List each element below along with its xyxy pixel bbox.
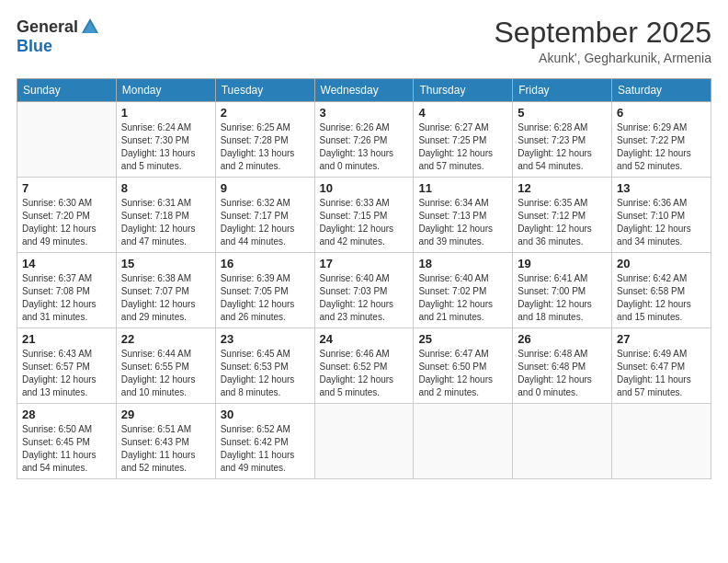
day-number: 15 — [121, 257, 210, 270]
day-number: 2 — [221, 106, 310, 120]
calendar-cell: 27Sunrise: 6:49 AMSunset: 6:47 PMDayligh… — [612, 328, 711, 404]
calendar-cell: 19Sunrise: 6:41 AMSunset: 7:00 PMDayligh… — [513, 253, 612, 328]
calendar-cell: 7Sunrise: 6:30 AMSunset: 7:20 PMDaylight… — [17, 178, 117, 253]
day-number: 30 — [221, 408, 310, 421]
calendar-cell: 8Sunrise: 6:31 AMSunset: 7:18 PMDaylight… — [116, 178, 215, 253]
calendar-week-1: 1Sunrise: 6:24 AMSunset: 7:30 PMDaylight… — [17, 102, 711, 178]
day-detail: Sunrise: 6:28 AMSunset: 7:23 PMDaylight:… — [518, 121, 607, 173]
column-header-friday: Friday — [513, 79, 612, 102]
calendar-cell: 2Sunrise: 6:25 AMSunset: 7:28 PMDaylight… — [215, 102, 314, 178]
day-number: 7 — [22, 181, 111, 195]
calendar-cell: 18Sunrise: 6:40 AMSunset: 7:02 PMDayligh… — [414, 253, 513, 328]
title-block: September 2025 Akunk', Gegharkunik, Arme… — [494, 17, 711, 65]
calendar-cell: 25Sunrise: 6:47 AMSunset: 6:50 PMDayligh… — [414, 328, 513, 404]
day-detail: Sunrise: 6:47 AMSunset: 6:50 PMDaylight:… — [418, 348, 507, 399]
column-header-monday: Monday — [116, 79, 215, 102]
day-detail: Sunrise: 6:24 AMSunset: 7:30 PMDaylight:… — [121, 121, 210, 173]
calendar-cell: 11Sunrise: 6:34 AMSunset: 7:13 PMDayligh… — [414, 178, 513, 253]
day-detail: Sunrise: 6:39 AMSunset: 7:05 PMDaylight:… — [221, 272, 310, 324]
calendar-week-3: 14Sunrise: 6:37 AMSunset: 7:08 PMDayligh… — [17, 253, 711, 328]
day-detail: Sunrise: 6:41 AMSunset: 7:00 PMDaylight:… — [518, 272, 607, 324]
day-number: 23 — [221, 332, 310, 346]
calendar-cell: 5Sunrise: 6:28 AMSunset: 7:23 PMDaylight… — [513, 102, 612, 178]
day-detail: Sunrise: 6:43 AMSunset: 6:57 PMDaylight:… — [22, 348, 111, 399]
day-detail: Sunrise: 6:38 AMSunset: 7:07 PMDaylight:… — [121, 272, 210, 324]
day-detail: Sunrise: 6:35 AMSunset: 7:12 PMDaylight:… — [518, 197, 607, 248]
day-detail: Sunrise: 6:37 AMSunset: 7:08 PMDaylight:… — [22, 272, 111, 324]
day-detail: Sunrise: 6:50 AMSunset: 6:45 PMDaylight:… — [22, 423, 111, 475]
column-header-tuesday: Tuesday — [215, 79, 314, 102]
calendar-cell: 17Sunrise: 6:40 AMSunset: 7:03 PMDayligh… — [314, 253, 414, 328]
day-number: 8 — [121, 181, 210, 195]
calendar-cell: 30Sunrise: 6:52 AMSunset: 6:42 PMDayligh… — [215, 404, 314, 479]
calendar-cell — [314, 404, 414, 479]
calendar-cell: 26Sunrise: 6:48 AMSunset: 6:48 PMDayligh… — [513, 328, 612, 404]
calendar-cell: 14Sunrise: 6:37 AMSunset: 7:08 PMDayligh… — [17, 253, 117, 328]
calendar-header-row: SundayMondayTuesdayWednesdayThursdayFrid… — [17, 79, 711, 102]
day-detail: Sunrise: 6:40 AMSunset: 7:02 PMDaylight:… — [418, 272, 507, 324]
day-detail: Sunrise: 6:51 AMSunset: 6:43 PMDaylight:… — [121, 423, 210, 475]
day-number: 10 — [320, 181, 409, 195]
calendar-week-5: 28Sunrise: 6:50 AMSunset: 6:45 PMDayligh… — [17, 404, 711, 479]
day-detail: Sunrise: 6:26 AMSunset: 7:26 PMDaylight:… — [320, 121, 409, 173]
calendar-cell: 10Sunrise: 6:33 AMSunset: 7:15 PMDayligh… — [314, 178, 414, 253]
day-number: 18 — [418, 257, 507, 270]
calendar-cell: 6Sunrise: 6:29 AMSunset: 7:22 PMDaylight… — [612, 102, 711, 178]
day-number: 22 — [121, 332, 210, 346]
day-detail: Sunrise: 6:44 AMSunset: 6:55 PMDaylight:… — [121, 348, 210, 399]
logo-blue-text: Blue — [17, 37, 52, 56]
day-detail: Sunrise: 6:27 AMSunset: 7:25 PMDaylight:… — [418, 121, 507, 173]
calendar-cell: 24Sunrise: 6:46 AMSunset: 6:52 PMDayligh… — [314, 328, 414, 404]
calendar-cell: 16Sunrise: 6:39 AMSunset: 7:05 PMDayligh… — [215, 253, 314, 328]
calendar-cell — [513, 404, 612, 479]
day-detail: Sunrise: 6:40 AMSunset: 7:03 PMDaylight:… — [320, 272, 409, 324]
location: Akunk', Gegharkunik, Armenia — [494, 51, 711, 65]
day-number: 1 — [121, 106, 210, 120]
day-number: 19 — [518, 257, 607, 270]
day-number: 17 — [320, 257, 409, 270]
logo: General Blue — [17, 17, 100, 56]
day-number: 20 — [617, 257, 706, 270]
day-number: 26 — [518, 332, 607, 346]
day-number: 14 — [22, 257, 111, 270]
day-number: 21 — [22, 332, 111, 346]
day-detail: Sunrise: 6:46 AMSunset: 6:52 PMDaylight:… — [320, 348, 409, 399]
calendar-week-2: 7Sunrise: 6:30 AMSunset: 7:20 PMDaylight… — [17, 178, 711, 253]
day-detail: Sunrise: 6:42 AMSunset: 6:58 PMDaylight:… — [617, 272, 706, 324]
day-detail: Sunrise: 6:48 AMSunset: 6:48 PMDaylight:… — [518, 348, 607, 399]
day-number: 29 — [121, 408, 210, 421]
logo-general-text: General — [17, 17, 78, 37]
calendar-cell — [17, 102, 117, 178]
day-detail: Sunrise: 6:36 AMSunset: 7:10 PMDaylight:… — [617, 197, 706, 248]
header: General Blue September 2025 Akunk', Gegh… — [17, 17, 711, 65]
day-detail: Sunrise: 6:45 AMSunset: 6:53 PMDaylight:… — [221, 348, 310, 399]
day-number: 11 — [418, 181, 507, 195]
day-number: 16 — [221, 257, 310, 270]
day-number: 24 — [320, 332, 409, 346]
calendar-cell: 13Sunrise: 6:36 AMSunset: 7:10 PMDayligh… — [612, 178, 711, 253]
day-detail: Sunrise: 6:33 AMSunset: 7:15 PMDaylight:… — [320, 197, 409, 248]
day-detail: Sunrise: 6:29 AMSunset: 7:22 PMDaylight:… — [617, 121, 706, 173]
day-number: 5 — [518, 106, 607, 120]
calendar-cell: 15Sunrise: 6:38 AMSunset: 7:07 PMDayligh… — [116, 253, 215, 328]
calendar-table: SundayMondayTuesdayWednesdayThursdayFrid… — [17, 78, 711, 479]
day-number: 4 — [418, 106, 507, 120]
calendar-week-4: 21Sunrise: 6:43 AMSunset: 6:57 PMDayligh… — [17, 328, 711, 404]
day-detail: Sunrise: 6:25 AMSunset: 7:28 PMDaylight:… — [221, 121, 310, 173]
day-number: 6 — [617, 106, 706, 120]
column-header-thursday: Thursday — [414, 79, 513, 102]
logo-icon — [80, 17, 100, 37]
day-detail: Sunrise: 6:32 AMSunset: 7:17 PMDaylight:… — [221, 197, 310, 248]
day-detail: Sunrise: 6:34 AMSunset: 7:13 PMDaylight:… — [418, 197, 507, 248]
calendar-cell: 1Sunrise: 6:24 AMSunset: 7:30 PMDaylight… — [116, 102, 215, 178]
calendar-cell: 20Sunrise: 6:42 AMSunset: 6:58 PMDayligh… — [612, 253, 711, 328]
day-number: 3 — [320, 106, 409, 120]
calendar-cell: 12Sunrise: 6:35 AMSunset: 7:12 PMDayligh… — [513, 178, 612, 253]
day-detail: Sunrise: 6:30 AMSunset: 7:20 PMDaylight:… — [22, 197, 111, 248]
day-number: 27 — [617, 332, 706, 346]
calendar-cell: 21Sunrise: 6:43 AMSunset: 6:57 PMDayligh… — [17, 328, 117, 404]
calendar-cell: 9Sunrise: 6:32 AMSunset: 7:17 PMDaylight… — [215, 178, 314, 253]
day-detail: Sunrise: 6:49 AMSunset: 6:47 PMDaylight:… — [617, 348, 706, 399]
day-number: 25 — [418, 332, 507, 346]
column-header-saturday: Saturday — [612, 79, 711, 102]
